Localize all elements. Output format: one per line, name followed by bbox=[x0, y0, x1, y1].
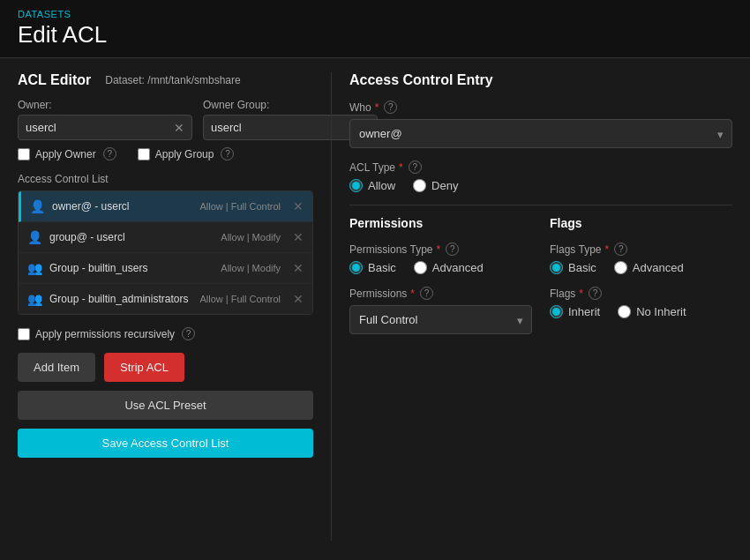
who-help-icon[interactable]: ? bbox=[384, 101, 397, 114]
add-item-button[interactable]: Add Item bbox=[18, 353, 95, 382]
flags-no-inherit-option[interactable]: No Inherit bbox=[618, 305, 686, 318]
required-star: * bbox=[410, 287, 415, 300]
flags-type-help-icon[interactable]: ? bbox=[614, 243, 627, 256]
group-icon: 👥 bbox=[27, 292, 42, 306]
flags-type-radio-group: Basic Advanced bbox=[550, 261, 732, 274]
flags-section: Flags Flags Type * ? Basic bbox=[550, 216, 732, 347]
permissions-type-label: Permissions Type bbox=[349, 243, 432, 256]
flags-type-basic-option[interactable]: Basic bbox=[550, 261, 596, 274]
acl-list: 👤 owner@ - usercl Allow | Full Control ✕… bbox=[18, 190, 313, 315]
flags-type-basic-label: Basic bbox=[568, 261, 596, 274]
apply-owner-help-icon[interactable]: ? bbox=[103, 147, 116, 161]
apply-recursively-help-icon[interactable]: ? bbox=[182, 327, 195, 340]
permissions-value-help-icon[interactable]: ? bbox=[420, 287, 433, 300]
owner-clear-icon[interactable]: ✕ bbox=[174, 122, 184, 134]
acl-item-permission: Allow | Modify bbox=[221, 232, 281, 243]
permissions-title: Permissions bbox=[349, 216, 532, 230]
acl-type-allow-label: Allow bbox=[368, 179, 395, 192]
acl-item-permission: Allow | Full Control bbox=[200, 294, 281, 304]
who-select[interactable]: owner@ group@ everyone@ user group bbox=[349, 119, 732, 148]
flags-inherit-label: Inherit bbox=[568, 305, 600, 318]
breadcrumb: DATASETS bbox=[18, 9, 732, 19]
user-icon: 👤 bbox=[30, 199, 45, 213]
apply-group-checkbox[interactable]: Apply Group ? bbox=[138, 147, 235, 161]
permissions-value-label: Permissions bbox=[349, 287, 407, 300]
flags-inherit-option[interactable]: Inherit bbox=[550, 305, 600, 318]
acl-item-remove-icon[interactable]: ✕ bbox=[293, 293, 304, 305]
permissions-type-basic-label: Basic bbox=[368, 261, 396, 274]
owner-group-input[interactable] bbox=[211, 121, 359, 134]
acl-type-label: ACL Type bbox=[349, 161, 395, 174]
flags-no-inherit-label: No Inherit bbox=[636, 305, 686, 318]
acl-item-permission: Allow | Modify bbox=[221, 263, 281, 273]
acl-type-radio-group: Allow Deny bbox=[349, 179, 732, 192]
who-label: Who bbox=[349, 101, 371, 114]
apply-group-help-icon[interactable]: ? bbox=[221, 147, 234, 161]
table-row[interactable]: 👤 owner@ - usercl Allow | Full Control ✕ bbox=[19, 191, 312, 222]
acl-item-name: Group - builtin_administrators bbox=[49, 293, 193, 305]
flags-type-advanced-label: Advanced bbox=[633, 261, 684, 274]
group-icon: 👥 bbox=[27, 261, 42, 275]
acl-type-allow-option[interactable]: Allow bbox=[349, 179, 395, 192]
required-star: * bbox=[604, 243, 609, 256]
user-icon: 👤 bbox=[27, 230, 42, 244]
permissions-type-advanced-option[interactable]: Advanced bbox=[414, 261, 484, 274]
flags-type-advanced-option[interactable]: Advanced bbox=[614, 261, 684, 274]
section-divider bbox=[349, 205, 732, 205]
apply-owner-label: Apply Owner bbox=[35, 148, 96, 161]
strip-acl-button[interactable]: Strip ACL bbox=[104, 353, 184, 382]
acl-item-permission: Allow | Full Control bbox=[200, 201, 281, 212]
acl-section-label: Access Control List bbox=[18, 173, 313, 185]
acl-item-name: group@ - usercl bbox=[49, 231, 214, 243]
permissions-type-advanced-label: Advanced bbox=[432, 261, 484, 274]
flags-type-label: Flags Type bbox=[550, 243, 601, 256]
vertical-divider bbox=[331, 72, 332, 541]
permissions-section: Permissions Permissions Type * ? Basic bbox=[349, 216, 532, 347]
flags-value-field-group: Flags * ? Inherit No Inherit bbox=[550, 287, 732, 318]
owner-input[interactable] bbox=[26, 121, 174, 134]
table-row[interactable]: 👤 group@ - usercl Allow | Modify ✕ bbox=[19, 222, 312, 253]
save-acl-button[interactable]: Save Access Control List bbox=[18, 429, 313, 458]
flags-value-help-icon[interactable]: ? bbox=[589, 287, 602, 300]
apply-recursively-row: Apply permissions recursively ? bbox=[18, 327, 313, 340]
acl-editor-title: ACL Editor bbox=[18, 72, 91, 88]
dataset-label: Dataset: /mnt/tank/smbshare bbox=[105, 74, 240, 86]
apply-owner-checkbox[interactable]: Apply Owner ? bbox=[18, 147, 116, 161]
use-acl-preset-button[interactable]: Use ACL Preset bbox=[18, 391, 313, 420]
apply-recursively-checkbox[interactable] bbox=[18, 328, 30, 340]
required-star: * bbox=[399, 161, 403, 174]
flags-value-label: Flags bbox=[550, 287, 575, 300]
table-row[interactable]: 👥 Group - builtin_administrators Allow |… bbox=[19, 284, 312, 314]
apply-recursively-label: Apply permissions recursively bbox=[35, 328, 175, 340]
acl-item-name: owner@ - usercl bbox=[52, 200, 193, 213]
acl-type-deny-option[interactable]: Deny bbox=[413, 179, 458, 192]
permissions-value-field-group: Permissions * ? Full Control Modify Read… bbox=[349, 287, 532, 334]
acl-item-remove-icon[interactable]: ✕ bbox=[293, 200, 304, 213]
flags-value-radio-group: Inherit No Inherit bbox=[550, 305, 732, 318]
acl-type-help-icon[interactable]: ? bbox=[409, 161, 422, 174]
table-row[interactable]: 👥 Group - builtin_users Allow | Modify ✕ bbox=[19, 253, 312, 284]
required-star: * bbox=[579, 287, 583, 300]
apply-group-label: Apply Group bbox=[155, 148, 214, 161]
acl-type-field-group: ACL Type * ? Allow Deny bbox=[349, 161, 732, 192]
permissions-type-field-group: Permissions Type * ? Basic Advanced bbox=[349, 243, 532, 274]
flags-type-field-group: Flags Type * ? Basic Advanced bbox=[550, 243, 732, 274]
acl-item-remove-icon[interactable]: ✕ bbox=[293, 262, 304, 274]
permissions-type-basic-option[interactable]: Basic bbox=[349, 261, 396, 274]
required-star: * bbox=[375, 101, 379, 114]
permissions-select[interactable]: Full Control Modify Read Traverse bbox=[349, 305, 532, 334]
acl-item-remove-icon[interactable]: ✕ bbox=[293, 231, 304, 243]
owner-label: Owner: bbox=[18, 99, 192, 111]
required-star: * bbox=[436, 243, 440, 256]
page-title: Edit ACL bbox=[18, 21, 732, 49]
permissions-type-help-icon[interactable]: ? bbox=[446, 243, 459, 256]
ace-title: Access Control Entry bbox=[349, 72, 732, 88]
who-field-group: Who * ? owner@ group@ everyone@ user gro… bbox=[349, 101, 732, 148]
permissions-type-radio-group: Basic Advanced bbox=[349, 261, 532, 274]
acl-item-name: Group - builtin_users bbox=[49, 262, 214, 274]
flags-title: Flags bbox=[550, 216, 732, 230]
acl-type-deny-label: Deny bbox=[431, 179, 458, 192]
